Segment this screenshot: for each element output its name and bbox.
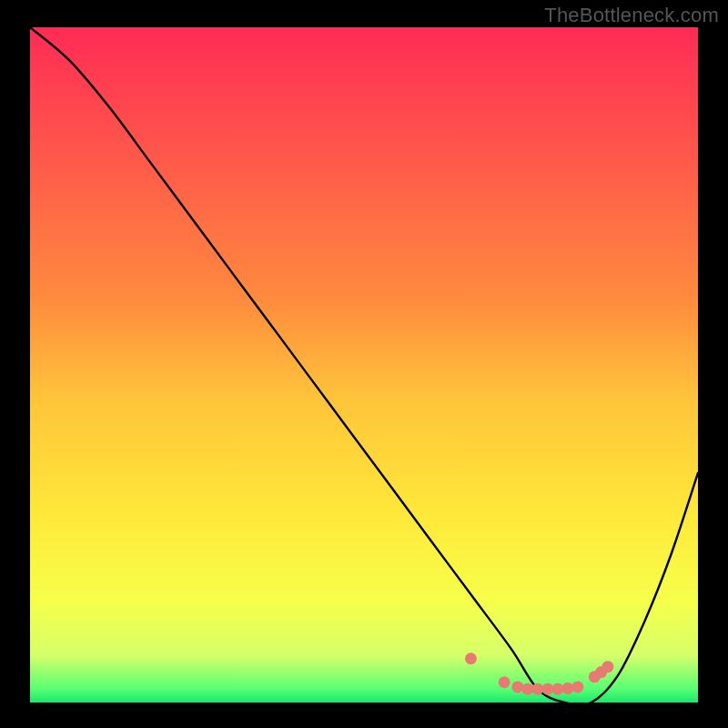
highlight-point	[561, 682, 573, 694]
highlight-point	[602, 661, 613, 672]
bottleneck-chart	[0, 0, 728, 728]
chart-frame: TheBottleneck.com	[0, 0, 728, 728]
highlight-point	[511, 681, 523, 693]
gradient-background	[30, 27, 698, 703]
highlight-point	[465, 652, 477, 664]
highlight-point	[551, 683, 563, 695]
highlight-point	[571, 681, 583, 693]
highlight-point	[499, 676, 511, 688]
